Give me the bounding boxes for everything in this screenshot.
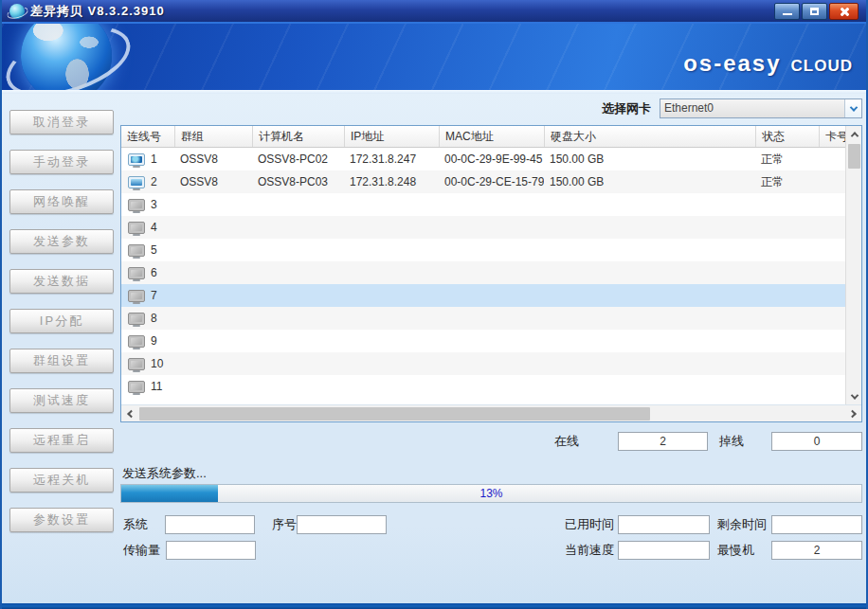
cell-group <box>174 307 252 330</box>
table-row-9[interactable]: 9 <box>121 330 845 352</box>
cell-group <box>174 352 252 375</box>
nic-selector-row: 选择网卡 Ethernet0 <box>602 99 862 118</box>
sidebar-button-remote-shutdown[interactable]: 远程关机 <box>9 468 114 493</box>
cell-name: OSSV8-PC03 <box>252 170 344 193</box>
cell-ip <box>344 307 439 330</box>
sidebar-button-test-speed[interactable]: 测试速度 <box>9 388 114 413</box>
scroll-right-button[interactable] <box>845 405 861 422</box>
monitor-offline-icon <box>128 358 145 370</box>
column-header-7[interactable]: 卡号 <box>819 126 845 147</box>
cell-status <box>755 284 819 307</box>
nic-label: 选择网卡 <box>602 100 651 117</box>
horizontal-scroll-thumb[interactable] <box>139 407 650 421</box>
system-label: 系统 <box>123 515 148 534</box>
offline-count-field[interactable] <box>771 432 862 451</box>
offline-label: 掉线 <box>719 432 744 451</box>
close-button[interactable] <box>829 3 859 20</box>
table-row-3[interactable]: 3 <box>121 193 845 216</box>
horizontal-scrollbar[interactable] <box>121 404 861 421</box>
table-row-10[interactable]: 10 <box>121 352 845 375</box>
cell-num: 9 <box>121 330 174 352</box>
sidebar-button-wake-on-lan[interactable]: 网络唤醒 <box>9 189 114 214</box>
elapsed-time-field[interactable] <box>618 515 710 534</box>
cell-card <box>819 352 845 375</box>
cell-group <box>174 330 252 352</box>
column-header-4[interactable]: MAC地址 <box>439 126 544 147</box>
cell-disk <box>544 307 755 330</box>
vertical-scrollbar[interactable] <box>845 126 861 404</box>
cell-card <box>819 216 845 239</box>
cell-card <box>819 330 845 352</box>
cell-status <box>755 375 819 398</box>
monitor-offline-icon <box>128 244 145 257</box>
brand-secondary: CLOUD <box>791 57 853 76</box>
scroll-left-button[interactable] <box>121 405 137 422</box>
sidebar-button-send-params[interactable]: 发送参数 <box>9 229 114 254</box>
sidebar-button-param-settings[interactable]: 参数设置 <box>9 508 114 532</box>
column-header-5[interactable]: 硬盘大小 <box>544 126 755 147</box>
current-speed-field[interactable] <box>618 541 710 560</box>
online-count-field[interactable] <box>618 432 708 451</box>
table-row-7[interactable]: 7 <box>121 284 845 307</box>
sidebar-button-remote-restart[interactable]: 远程重启 <box>9 428 114 453</box>
cell-disk <box>544 330 755 352</box>
cell-status <box>755 261 819 284</box>
nic-dropdown[interactable]: Ethernet0 <box>660 99 862 118</box>
window-controls <box>774 3 859 20</box>
scroll-up-button[interactable] <box>846 126 862 142</box>
cell-disk: 150.00 GB <box>544 170 755 193</box>
cell-name <box>252 352 344 375</box>
table-row-2[interactable]: 2OSSV8OSSV8-PC03172.31.8.24800-0C-29-CE-… <box>121 170 845 193</box>
sidebar-button-send-data[interactable]: 发送数据 <box>9 269 114 294</box>
column-header-2[interactable]: 计算机名 <box>252 126 344 147</box>
cell-card <box>819 193 845 216</box>
main-panel: 选择网卡 Ethernet0 连线号群组计算机名IP地址MAC地址硬盘大小状态卡… <box>120 94 862 603</box>
column-header-6[interactable]: 状态 <box>755 126 819 147</box>
content-area: 取消登录 手动登录 网络唤醒 发送参数 发送数据 IP分配 群组设置 测试速度 … <box>2 94 866 603</box>
dropdown-arrow-button[interactable] <box>844 99 861 117</box>
maximize-button[interactable] <box>802 3 827 20</box>
column-header-0[interactable]: 连线号 <box>121 126 174 147</box>
cell-disk <box>544 261 755 284</box>
table-row-6[interactable]: 6 <box>121 261 845 284</box>
minimize-button[interactable] <box>774 3 800 20</box>
table-row-5[interactable]: 5 <box>121 239 845 261</box>
monitor-offline-icon <box>128 335 145 348</box>
brand-primary: os-easy <box>683 50 781 77</box>
slowest-machine-label: 最慢机 <box>717 541 754 560</box>
monitor-offline-icon <box>128 313 145 325</box>
cell-ip: 172.31.8.248 <box>344 170 439 193</box>
monitor-active-icon <box>128 153 145 166</box>
cell-mac: 00-0C-29-CE-15-79 <box>439 170 544 193</box>
table-row-1[interactable]: 1OSSV8OSSV8-PC02172.31.8.24700-0C-29-9E-… <box>121 148 845 170</box>
table-row-11[interactable]: 11 <box>121 375 845 398</box>
column-header-1[interactable]: 群组 <box>174 126 252 147</box>
sidebar-button-cancel-login[interactable]: 取消登录 <box>9 110 114 134</box>
remaining-time-field[interactable] <box>771 515 862 534</box>
column-header-3[interactable]: IP地址 <box>344 126 439 147</box>
table-body: 1OSSV8OSSV8-PC02172.31.8.24700-0C-29-9E-… <box>121 148 845 398</box>
table-grid: 连线号群组计算机名IP地址MAC地址硬盘大小状态卡号 1OSSV8OSSV8-P… <box>121 126 845 404</box>
transfer-field[interactable] <box>166 541 256 560</box>
table-row-8[interactable]: 8 <box>121 307 845 330</box>
remaining-time-label: 剩余时间 <box>717 515 767 534</box>
chevron-down-icon <box>850 391 858 399</box>
slowest-machine-field[interactable] <box>771 541 862 560</box>
cell-ip: 172.31.8.247 <box>344 148 439 170</box>
cell-status <box>755 330 819 352</box>
system-field[interactable] <box>165 515 255 534</box>
elapsed-time-label: 已用时间 <box>565 515 614 534</box>
progress-status-text: 发送系统参数... <box>122 465 207 482</box>
sidebar-button-group-settings[interactable]: 群组设置 <box>9 349 114 373</box>
sidebar-button-manual-login[interactable]: 手动登录 <box>9 150 114 174</box>
serial-field[interactable] <box>297 515 387 534</box>
table-row-4[interactable]: 4 <box>121 216 845 239</box>
cell-name <box>252 193 344 216</box>
cell-disk: 150.00 GB <box>544 148 755 170</box>
scroll-down-button[interactable] <box>846 388 862 404</box>
cell-group: OSSV8 <box>174 148 252 170</box>
minimize-icon <box>783 13 792 15</box>
vertical-scroll-thumb[interactable] <box>848 144 860 169</box>
sidebar-button-ip-assign[interactable]: IP分配 <box>9 309 114 333</box>
cell-mac <box>439 330 544 352</box>
